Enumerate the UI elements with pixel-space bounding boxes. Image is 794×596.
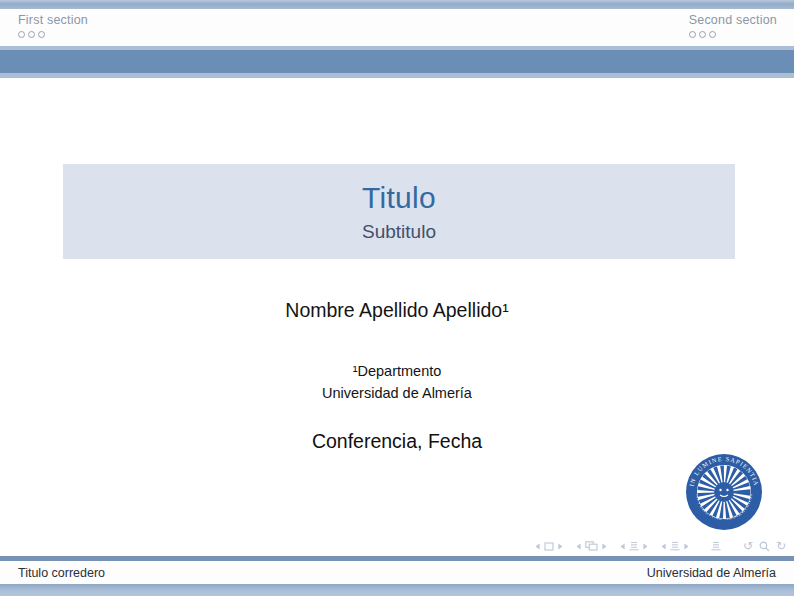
section-nav-group <box>661 541 689 551</box>
slide-icon[interactable] <box>544 542 554 551</box>
institute-university: Universidad de Almería <box>0 382 794 404</box>
prev-frame-icon[interactable] <box>576 543 581 550</box>
top-accent-bar <box>0 0 794 9</box>
seal-sun-face <box>714 482 734 502</box>
next-subsection-icon[interactable] <box>643 543 648 550</box>
slide-dot[interactable] <box>699 31 706 38</box>
footer-institution: Universidad de Almería <box>647 566 776 580</box>
slide-nav-group <box>535 542 563 551</box>
footer-short-title: Titulo corredero <box>18 566 105 580</box>
slide-dots <box>689 31 716 38</box>
institute-block: ¹Departmento Universidad de Almería <box>0 360 794 404</box>
author-name: Nombre Apellido Apellido¹ <box>0 299 794 322</box>
section-label[interactable]: Second section <box>689 13 777 27</box>
beamer-title-slide: First section Second section Titulo Subt… <box>0 0 794 596</box>
slide-dot[interactable] <box>689 31 696 38</box>
slide-dot[interactable] <box>28 31 35 38</box>
frame-overlay-icon[interactable] <box>585 541 598 551</box>
presentation-icon[interactable] <box>711 541 721 551</box>
prev-subsection-icon[interactable] <box>620 543 625 550</box>
header-main-bar <box>0 50 794 73</box>
footer: Titulo corredero Universidad de Almería <box>0 561 794 584</box>
slide-dot[interactable] <box>38 31 45 38</box>
header: First section Second section <box>0 9 794 46</box>
prev-section-icon[interactable] <box>661 543 666 550</box>
next-section-icon[interactable] <box>684 543 689 550</box>
slide-dot[interactable] <box>18 31 25 38</box>
section-label[interactable]: First section <box>18 13 88 27</box>
slide-title: Titulo <box>362 181 436 215</box>
header-section-first[interactable]: First section <box>18 13 88 38</box>
navigation-symbols: ↺ ↻ <box>522 538 786 554</box>
next-frame-icon[interactable] <box>602 543 607 550</box>
slide-dots <box>18 31 88 38</box>
header-section-second[interactable]: Second section <box>689 13 777 38</box>
university-seal-logo: IN LUMINE SAPIENTIA VNIVERSITAS ALMERIEN… <box>684 452 764 532</box>
slide-dot[interactable] <box>709 31 716 38</box>
subsection-nav-group <box>620 541 648 551</box>
slide-subtitle: Subtitulo <box>362 221 436 243</box>
title-box: Titulo Subtitulo <box>63 164 735 259</box>
history-nav-group: ↺ ↻ <box>743 540 786 552</box>
conference-date: Conferencia, Fecha <box>0 430 794 453</box>
next-slide-icon[interactable] <box>558 543 563 550</box>
forward-icon[interactable]: ↻ <box>776 540 786 552</box>
institute-department: ¹Departmento <box>0 360 794 382</box>
back-icon[interactable]: ↺ <box>743 540 753 552</box>
subsection-list-icon[interactable] <box>629 541 639 551</box>
find-icon[interactable] <box>759 541 770 552</box>
header-light-band-bottom <box>0 73 794 78</box>
footer-bottom-band <box>0 584 794 596</box>
section-list-icon[interactable] <box>670 541 680 551</box>
presentation-nav-group <box>711 541 721 551</box>
frame-nav-group <box>576 541 607 551</box>
prev-slide-icon[interactable] <box>535 543 540 550</box>
